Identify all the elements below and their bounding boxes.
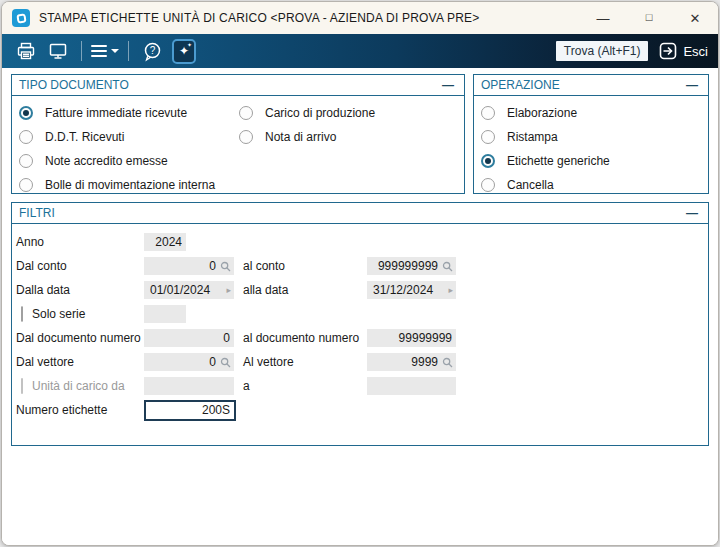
row-data: Dalla data ▸ alla data ▸ bbox=[12, 278, 708, 302]
dal-conto-field[interactable] bbox=[144, 257, 234, 275]
search-icon[interactable] bbox=[220, 357, 231, 368]
radio-elaborazione[interactable]: Elaborazione bbox=[474, 106, 694, 120]
solo-serie-field[interactable] bbox=[144, 305, 186, 323]
toolbar: ? ✦ ✦ Trova (Alt+F1) Esci bbox=[2, 34, 718, 68]
monitor-icon bbox=[48, 41, 68, 61]
title-bar: STAMPA ETICHETTE UNITÀ DI CARICO <PROVA … bbox=[2, 2, 718, 34]
search-icon[interactable] bbox=[442, 261, 453, 272]
al-vettore-field[interactable] bbox=[367, 353, 456, 371]
find-button[interactable]: Trova (Alt+F1) bbox=[556, 41, 649, 61]
radio-icon[interactable] bbox=[481, 154, 495, 168]
field-label: Dalla data bbox=[12, 283, 144, 297]
radio-label: Nota di arrivo bbox=[265, 130, 336, 144]
row-documento-numero: Dal documento numero al documento numero bbox=[12, 326, 708, 350]
collapse-icon[interactable]: — bbox=[684, 79, 700, 91]
al-conto-input[interactable] bbox=[367, 258, 442, 274]
chevron-down-icon bbox=[111, 49, 119, 53]
al-conto-field[interactable] bbox=[367, 257, 456, 275]
minimize-button[interactable]: — bbox=[580, 2, 626, 34]
field-label: al conto bbox=[234, 259, 367, 273]
main-content: TIPO DOCUMENTO — Fatture immediate ricev… bbox=[2, 68, 718, 545]
alla-data-input[interactable] bbox=[367, 282, 448, 298]
radio-icon[interactable] bbox=[19, 178, 33, 192]
menu-icon bbox=[91, 45, 107, 57]
radio-label: Cancella bbox=[507, 178, 554, 192]
al-documento-field[interactable] bbox=[367, 329, 456, 347]
solo-serie-input[interactable] bbox=[144, 306, 186, 322]
checkbox-label: Solo serie bbox=[32, 307, 85, 321]
unita-carico-a-input bbox=[367, 378, 456, 394]
exit-button[interactable]: Esci bbox=[658, 41, 708, 61]
ai-assistant-button[interactable]: ✦ ✦ bbox=[171, 38, 197, 64]
exit-label: Esci bbox=[683, 44, 708, 59]
checkbox-label: Unità di carico da bbox=[32, 379, 125, 393]
radio-bolle-movimentazione-interna[interactable]: Bolle di movimentazione interna bbox=[12, 178, 232, 192]
menu-button[interactable] bbox=[92, 38, 118, 64]
checkbox-solo-serie[interactable] bbox=[21, 306, 23, 322]
dal-documento-input[interactable] bbox=[144, 330, 234, 346]
row-solo-serie: Solo serie bbox=[12, 302, 708, 326]
group-title: TIPO DOCUMENTO bbox=[19, 78, 129, 92]
radio-icon[interactable] bbox=[239, 106, 253, 120]
unita-carico-option: Unità di carico da bbox=[12, 379, 144, 393]
radio-icon[interactable] bbox=[19, 106, 33, 120]
search-icon[interactable] bbox=[442, 357, 453, 368]
field-label: Anno bbox=[12, 235, 144, 249]
dalla-data-input[interactable] bbox=[144, 282, 226, 298]
radio-nota-di-arrivo[interactable]: Nota di arrivo bbox=[232, 130, 452, 144]
radio-icon[interactable] bbox=[481, 106, 495, 120]
ai-sparkle-icon: ✦ ✦ bbox=[172, 39, 196, 64]
help-button[interactable]: ? bbox=[139, 38, 165, 64]
radio-cancella[interactable]: Cancella bbox=[474, 178, 694, 192]
radio-label: Elaborazione bbox=[507, 106, 577, 120]
exit-icon bbox=[658, 41, 678, 61]
toolbar-separator bbox=[81, 41, 82, 61]
dal-vettore-field[interactable] bbox=[144, 353, 234, 371]
al-documento-input[interactable] bbox=[367, 330, 456, 346]
unita-carico-da-input bbox=[144, 378, 234, 394]
date-picker-arrow-icon[interactable]: ▸ bbox=[226, 286, 231, 295]
search-icon[interactable] bbox=[220, 261, 231, 272]
numero-etichette-field[interactable] bbox=[144, 400, 236, 421]
dal-vettore-input[interactable] bbox=[144, 354, 220, 370]
group-header: FILTRI — bbox=[12, 203, 708, 224]
radio-note-accredito-emesse[interactable]: Note accredito emesse bbox=[12, 154, 232, 168]
radio-ristampa[interactable]: Ristampa bbox=[474, 130, 694, 144]
collapse-icon[interactable]: — bbox=[684, 207, 700, 219]
radio-icon[interactable] bbox=[481, 130, 495, 144]
radio-icon[interactable] bbox=[239, 130, 253, 144]
row-vettore: Dal vettore Al vettore bbox=[12, 350, 708, 374]
alla-data-field[interactable]: ▸ bbox=[367, 281, 456, 299]
anno-field[interactable] bbox=[144, 233, 186, 251]
maximize-button[interactable]: □ bbox=[626, 2, 672, 34]
row-conto: Dal conto al conto bbox=[12, 254, 708, 278]
row-anno: Anno bbox=[12, 230, 708, 254]
field-label: Al vettore bbox=[234, 355, 367, 369]
radio-icon[interactable] bbox=[481, 178, 495, 192]
unita-carico-a-field bbox=[367, 377, 456, 395]
al-vettore-input[interactable] bbox=[367, 354, 442, 370]
radio-label: Etichette generiche bbox=[507, 154, 610, 168]
anno-input[interactable] bbox=[144, 234, 186, 250]
dal-documento-field[interactable] bbox=[144, 329, 234, 347]
help-icon: ? bbox=[142, 41, 163, 62]
radio-icon[interactable] bbox=[19, 154, 33, 168]
radio-label: Ristampa bbox=[507, 130, 558, 144]
print-button[interactable] bbox=[13, 38, 39, 64]
radio-carico-di-produzione[interactable]: Carico di produzione bbox=[232, 106, 452, 120]
window-controls: — □ ✕ bbox=[580, 2, 718, 34]
preview-button[interactable] bbox=[45, 38, 71, 64]
radio-label: D.D.T. Ricevuti bbox=[45, 130, 124, 144]
date-picker-arrow-icon[interactable]: ▸ bbox=[448, 286, 453, 295]
dalla-data-field[interactable]: ▸ bbox=[144, 281, 234, 299]
numero-etichette-input[interactable] bbox=[146, 402, 234, 418]
group-header: TIPO DOCUMENTO — bbox=[12, 75, 464, 96]
dal-conto-input[interactable] bbox=[144, 258, 220, 274]
collapse-icon[interactable]: — bbox=[440, 79, 456, 91]
radio-icon[interactable] bbox=[19, 130, 33, 144]
field-label: a bbox=[234, 379, 367, 393]
radio-fatture-immediate-ricevute[interactable]: Fatture immediate ricevute bbox=[12, 106, 232, 120]
radio-ddt-ricevuti[interactable]: D.D.T. Ricevuti bbox=[12, 130, 232, 144]
radio-etichette-generiche[interactable]: Etichette generiche bbox=[474, 154, 694, 168]
close-button[interactable]: ✕ bbox=[672, 2, 718, 34]
